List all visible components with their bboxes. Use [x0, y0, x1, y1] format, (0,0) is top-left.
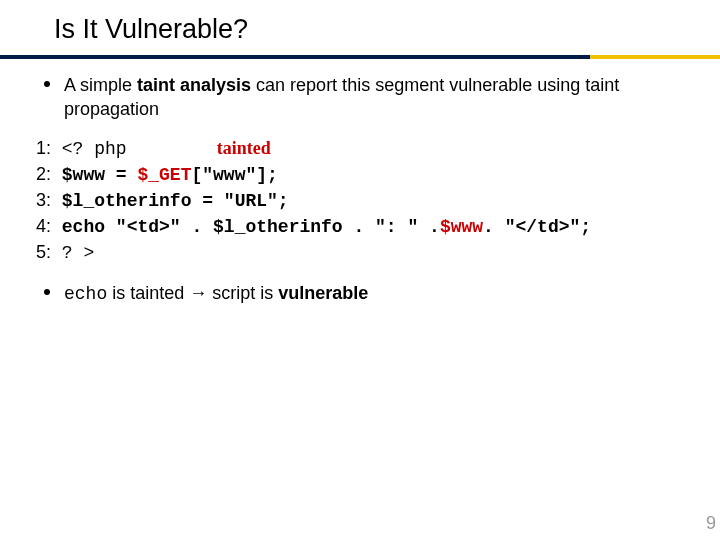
line-num-3: 3: — [36, 190, 51, 210]
code-2-post: ["www"]; — [191, 165, 277, 185]
line-num-5: 5: — [36, 242, 51, 262]
divider-gold — [590, 55, 720, 59]
slide: Is It Vulnerable? A simple taint analysi… — [0, 0, 720, 540]
bullet-1-bold: taint analysis — [137, 75, 251, 95]
bullet-1-text: A simple taint analysis can report this … — [64, 73, 690, 122]
bullet-icon — [44, 289, 50, 295]
page-number: 9 — [706, 513, 716, 534]
code-1-body: <? php — [51, 139, 127, 159]
line-num-4: 4: — [36, 216, 51, 236]
bullet-icon — [44, 81, 50, 87]
code-3-body: $l_otherinfo = "URL"; — [51, 191, 289, 211]
bullet-2-text: echo is tainted → script is vulnerable — [64, 281, 368, 306]
bullet-2-mid: is tainted → script is — [107, 283, 278, 303]
code-line-1: 1: <? phptainted — [36, 136, 690, 162]
code-line-2: 2: $www = $_GET["www"]; — [36, 162, 690, 188]
code-line-5: 5: ? > — [36, 240, 690, 266]
content-area: A simple taint analysis can report this … — [0, 59, 720, 306]
bullet-2: echo is tainted → script is vulnerable — [36, 281, 690, 306]
bullet-2-bold: vulnerable — [278, 283, 368, 303]
code-4-post: . "</td>"; — [483, 217, 591, 237]
annotation-tainted: tainted — [217, 138, 271, 158]
code-block: 1: <? phptainted2: $www = $_GET["www"];3… — [36, 136, 690, 267]
divider-navy — [0, 55, 590, 59]
slide-title: Is It Vulnerable? — [0, 0, 720, 55]
line-num-1: 1: — [36, 138, 51, 158]
code-5-body: ? > — [51, 243, 94, 263]
code-2-pre: $www = — [51, 165, 137, 185]
code-4-taint: $www — [440, 217, 483, 237]
title-divider — [0, 55, 720, 59]
bullet-2-code: echo — [64, 284, 107, 304]
bullet-1: A simple taint analysis can report this … — [36, 73, 690, 122]
line-num-2: 2: — [36, 164, 51, 184]
bullet-1-pre: A simple — [64, 75, 137, 95]
code-line-3: 3: $l_otherinfo = "URL"; — [36, 188, 690, 214]
code-4-pre: echo "<td>" . $l_otherinfo . ": " . — [51, 217, 440, 237]
code-2-get: $_GET — [137, 165, 191, 185]
code-line-4: 4: echo "<td>" . $l_otherinfo . ": " .$w… — [36, 214, 690, 240]
